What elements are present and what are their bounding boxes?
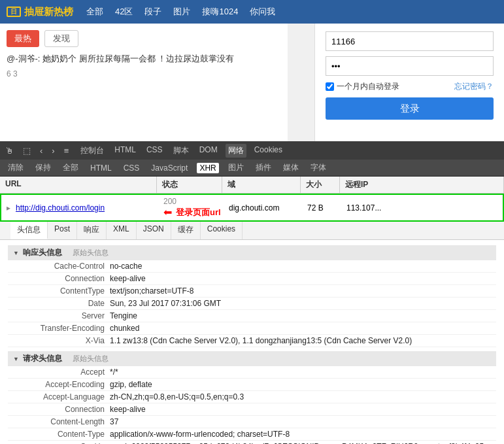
- devtools-forward-icon[interactable]: ›: [52, 146, 54, 156]
- devtools-tabs: 控制台 HTML CSS 脚本 DOM 网络 Cookies: [78, 144, 285, 158]
- annotation-arrow-icon: ⬅: [163, 206, 172, 218]
- nav-item-2[interactable]: 段子: [144, 6, 161, 18]
- nav-item-0[interactable]: 全部: [86, 6, 103, 18]
- devtools-toolbar2: 清除 保持 全部 HTML CSS JavaScript XHR 图片 插件 媒…: [0, 160, 504, 177]
- login-url-annotation: 登录页面url: [176, 207, 221, 218]
- network-status-cell: 200 ⬅ 登录页面url: [158, 195, 224, 220]
- request-section-triangle: ▼: [13, 356, 19, 362]
- req-accept-key: Accept: [18, 367, 110, 377]
- login-url-link[interactable]: http://dig.chouti.com/login: [16, 203, 105, 213]
- login-options-row: 一个月内自动登录 忘记密码？: [326, 81, 494, 92]
- req-content-length-val: 37: [110, 417, 496, 426]
- req-accept-encoding-val: gzip, deflate: [110, 380, 496, 389]
- remember-checkbox[interactable]: [326, 82, 334, 91]
- devtools-bar: 🖱 ⬚ ‹ › ≡ 控制台 HTML CSS 脚本 DOM 网络 Cookies: [0, 141, 504, 160]
- toolbar2-all[interactable]: 全部: [60, 162, 81, 174]
- toolbar2-fonts[interactable]: 字体: [308, 162, 329, 174]
- req-content-type-val: application/x-www-form-urlencoded; chars…: [110, 430, 496, 439]
- response-headers-section: ▼ 响应头信息 原始头信息: [8, 245, 496, 260]
- network-domain-cell: dig.chouti.com: [224, 201, 302, 214]
- toolbar2-images[interactable]: 图片: [226, 162, 246, 174]
- detail-panel: ▼ 响应头信息 原始头信息 Cache-Control no-cache Con…: [0, 240, 504, 444]
- url-expand-icon[interactable]: ▸: [7, 203, 10, 213]
- response-section-triangle: ▼: [13, 250, 19, 256]
- resp-content-type-val: text/json;charset=UTF-8: [110, 286, 496, 296]
- devtools-multiline-icon[interactable]: ≡: [64, 146, 69, 156]
- username-input[interactable]: [326, 31, 494, 51]
- toolbar2-css[interactable]: CSS: [121, 163, 143, 173]
- resp-transfer-encoding-key: Transfer-Encoding: [18, 324, 110, 333]
- devtools-back-icon[interactable]: ‹: [40, 146, 42, 156]
- password-input[interactable]: [326, 56, 494, 76]
- req-cookie: Cookie gpsd=6903f550955277ae05de672d4b84…: [8, 441, 496, 444]
- site-logo: 日 抽屉新热榜: [7, 6, 73, 18]
- nav-item-5[interactable]: 你问我: [250, 6, 275, 18]
- devtab-html[interactable]: HTML: [112, 144, 139, 158]
- req-content-type-key: Content-Type: [18, 430, 110, 439]
- nav-item-1[interactable]: 42区: [115, 6, 133, 18]
- header-size: 大小: [301, 177, 340, 193]
- request-section-sub: 原始头信息: [73, 354, 109, 364]
- resp-xvia: X-Via 1.1 zw13:8 (Cdn Cache Server V2.0)…: [8, 335, 496, 347]
- toolbar2-xhr[interactable]: XHR: [197, 163, 218, 173]
- devtab-css[interactable]: CSS: [144, 144, 165, 158]
- subtab-cookies[interactable]: Cookies: [201, 222, 243, 239]
- header-remote: 远程IP: [340, 177, 504, 193]
- request-section-title: 请求头信息: [23, 353, 62, 364]
- post-meta: 6 3: [7, 69, 281, 78]
- login-button[interactable]: 登录: [326, 97, 494, 120]
- toolbar2-js[interactable]: JavaScript: [148, 163, 190, 173]
- toolbar2-keep[interactable]: 保持: [33, 162, 54, 174]
- remember-label[interactable]: 一个月内自动登录: [326, 81, 399, 92]
- header-domain: 域: [222, 177, 301, 193]
- login-panel: 一个月内自动登录 忘记密码？ 登录: [314, 24, 504, 141]
- hot-discover-buttons: 最热 发现: [7, 30, 281, 47]
- forgot-password-link[interactable]: 忘记密码？: [454, 81, 494, 92]
- devtab-script[interactable]: 脚本: [171, 144, 192, 158]
- resp-transfer-encoding-val: chunked: [110, 324, 496, 333]
- toolbar2-plugins[interactable]: 插件: [253, 162, 274, 174]
- status-code: 200: [163, 197, 176, 206]
- nav-links: 全部 42区 段子 图片 接嗨1024 你问我: [86, 6, 275, 18]
- resp-server-key: Server: [18, 311, 110, 320]
- subtab-headers[interactable]: 头信息: [10, 222, 48, 239]
- response-section-sub: 原始头信息: [73, 248, 109, 258]
- nav-item-4[interactable]: 接嗨1024: [202, 6, 238, 18]
- req-accept-language-key: Accept-Language: [18, 392, 110, 401]
- devtab-network[interactable]: 网络: [226, 144, 246, 158]
- network-url-cell: ▸ http://dig.chouti.com/login: [1, 201, 158, 214]
- network-row-login[interactable]: ▸ http://dig.chouti.com/login 200 ⬅ 登录页面…: [0, 194, 504, 222]
- nav-item-3[interactable]: 图片: [173, 6, 190, 18]
- req-accept-encoding: Accept-Encoding gzip, deflate: [8, 379, 496, 391]
- req-accept: Accept */*: [8, 366, 496, 379]
- devtab-cookies[interactable]: Cookies: [252, 144, 285, 158]
- logo-text: 抽屉新热榜: [24, 6, 73, 18]
- devtab-dom[interactable]: DOM: [197, 144, 220, 158]
- subtab-cache[interactable]: 缓存: [171, 222, 201, 239]
- req-accept-encoding-key: Accept-Encoding: [18, 380, 110, 389]
- resp-xvia-val: 1.1 zw13:8 (Cdn Cache Server V2.0), 1.1 …: [110, 336, 496, 345]
- top-nav: 日 抽屉新热榜 全部 42区 段子 图片 接嗨1024 你问我: [0, 0, 504, 24]
- devtab-console[interactable]: 控制台: [78, 144, 107, 158]
- subtab-xml[interactable]: XML: [107, 222, 137, 239]
- resp-connection-key: Connection: [18, 274, 110, 283]
- resp-server-val: Tengine: [110, 311, 496, 320]
- resp-content-type: ContentType text/json;charset=UTF-8: [8, 285, 496, 298]
- resp-date-key: Date: [18, 299, 110, 308]
- hot-button[interactable]: 最热: [7, 30, 39, 47]
- toolbar2-media[interactable]: 媒体: [280, 162, 301, 174]
- req-accept-language: Accept-Language zh-CN,zh;q=0.8,en-US;q=0…: [8, 391, 496, 403]
- req-connection-key: Connection: [18, 405, 110, 414]
- subtab-post[interactable]: Post: [48, 222, 77, 239]
- resp-date-val: Sun, 23 Jul 2017 07:31:06 GMT: [110, 299, 496, 308]
- subtab-response[interactable]: 响应: [77, 222, 107, 239]
- toolbar2-clear[interactable]: 清除: [5, 162, 26, 174]
- login-url-annotation-block: ⬅ 登录页面url: [163, 206, 218, 218]
- toolbar2-html[interactable]: HTML: [88, 163, 114, 173]
- devtools-inspect-icon[interactable]: ⬚: [23, 146, 31, 156]
- devtools-pointer-icon[interactable]: 🖱: [5, 146, 14, 156]
- resp-cache-control-key: Cache-Control: [18, 262, 110, 271]
- subtab-json[interactable]: JSON: [137, 222, 171, 239]
- req-content-type: Content-Type application/x-www-form-urle…: [8, 428, 496, 441]
- discover-button[interactable]: 发现: [44, 30, 78, 47]
